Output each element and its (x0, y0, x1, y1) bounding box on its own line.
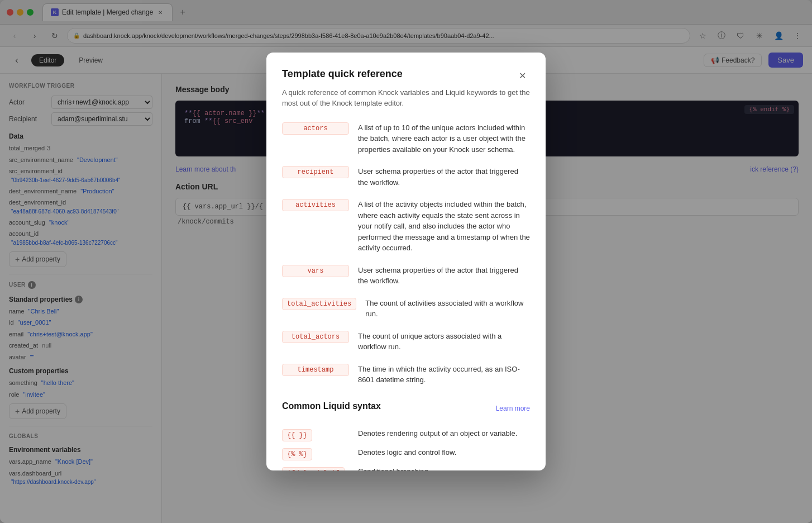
actors-desc: A list of up to 10 of the unique actors … (358, 122, 530, 155)
ref-item-total-actors: total_actors The count of unique actors … (282, 331, 530, 353)
ref-item-vars: vars User schema properties of the actor… (282, 265, 530, 287)
logic-desc: Denotes logic and control flow. (358, 448, 456, 457)
if-desc: Conditional branching. (358, 467, 430, 471)
vars-tag: vars (282, 265, 349, 277)
modal-close-button[interactable]: ✕ (514, 68, 530, 84)
modal-subtitle: A quick reference of common Knock variab… (282, 87, 530, 109)
if-tag: if/else/elsif (282, 467, 345, 471)
ref-item-timestamp: timestamp The time in which the activity… (282, 364, 530, 386)
ref-item-total-activities: total_activities The count of activities… (282, 298, 530, 320)
activities-desc: A list of the activity objects included … (358, 199, 530, 254)
output-desc: Denotes rendering output of an object or… (358, 429, 517, 438)
actors-tag: actors (282, 122, 349, 135)
timestamp-tag: timestamp (282, 364, 349, 376)
total-actors-tag: total_actors (282, 331, 349, 343)
total-activities-tag: total_activities (282, 298, 356, 310)
template-quick-reference-modal: Template quick reference ✕ A quick refer… (266, 53, 546, 471)
recipient-desc: User schema properties of the actor that… (358, 166, 530, 188)
modal-header: Template quick reference ✕ (282, 68, 530, 84)
modal-title: Template quick reference (282, 68, 403, 80)
modal-overlay[interactable]: Template quick reference ✕ A quick refer… (0, 0, 812, 523)
activities-tag: activities (282, 199, 349, 211)
recipient-tag: recipient (282, 166, 349, 178)
timestamp-desc: The time in which the activity occurred,… (358, 364, 530, 386)
liquid-syntax-title: Common Liquid syntax (282, 397, 381, 411)
syntax-item-logic: {% %} Denotes logic and control flow. (282, 448, 530, 458)
syntax-item-output: {{ }} Denotes rendering output of an obj… (282, 429, 530, 439)
ref-item-recipient: recipient User schema properties of the … (282, 166, 530, 188)
learn-more-liquid-link[interactable]: Learn more (496, 405, 530, 412)
ref-item-actors: actors A list of up to 10 of the unique … (282, 122, 530, 155)
vars-desc: User schema properties of the actor that… (358, 265, 530, 287)
liquid-syntax-section-header: Common Liquid syntax Learn more (282, 397, 530, 420)
output-tag: {{ }} (282, 429, 312, 441)
syntax-item-if: if/else/elsif Conditional branching. (282, 467, 530, 471)
ref-item-activities: activities A list of the activity object… (282, 199, 530, 254)
total-actors-desc: The count of unique actors associated wi… (358, 331, 530, 353)
logic-tag: {% %} (282, 448, 312, 460)
total-activities-desc: The count of activities associated with … (365, 298, 530, 320)
